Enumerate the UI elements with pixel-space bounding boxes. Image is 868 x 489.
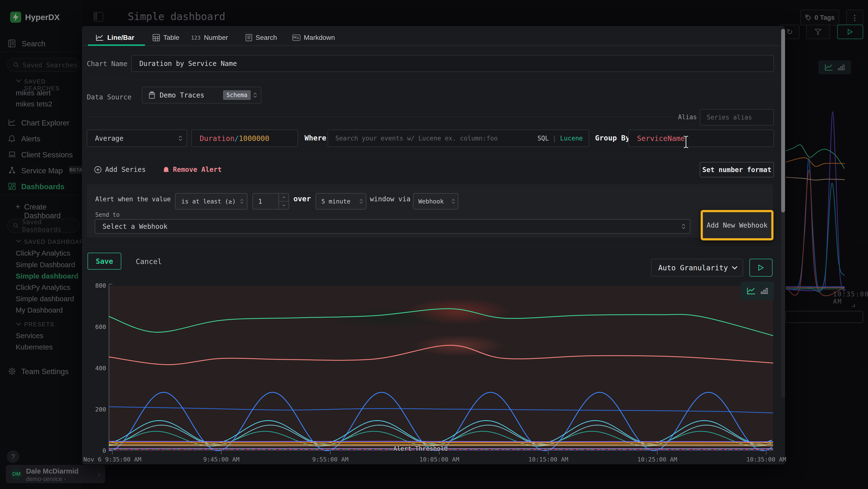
set-number-format-button[interactable]: Set number format xyxy=(700,162,774,177)
remove-alert-button[interactable]: Remove Alert xyxy=(163,166,222,174)
y-tick-label: 800 xyxy=(82,282,106,289)
aggregation-field-input[interactable]: Duration/1000000 xyxy=(191,130,298,147)
window-via-label: window via xyxy=(370,195,411,203)
edit-chart-modal: Line/Bar Table 123 Number Search Markdow… xyxy=(82,26,785,464)
tab-table[interactable]: Table xyxy=(153,34,179,41)
alert-condition-select[interactable]: is at least (≥) xyxy=(175,193,247,209)
modal-chart xyxy=(87,278,781,464)
group-by-input[interactable]: ServiceName xyxy=(628,130,774,147)
data-source-label: Data Source xyxy=(87,93,131,101)
line-chart-icon xyxy=(96,34,104,41)
cancel-button[interactable]: Cancel xyxy=(136,257,162,266)
tab-number[interactable]: 123 Number xyxy=(191,34,228,41)
tab-line-bar[interactable]: Line/Bar xyxy=(96,34,134,41)
text-cursor xyxy=(682,135,689,149)
alias-input[interactable]: Series alias xyxy=(700,109,774,125)
chevron-down-icon xyxy=(732,266,738,269)
database-icon xyxy=(149,91,155,99)
select-chevrons-icon xyxy=(452,199,455,204)
x-tick-label: 9:55:00 AM xyxy=(312,456,349,463)
chart-type-toggle[interactable] xyxy=(741,282,774,300)
table-icon xyxy=(153,34,160,41)
select-chevrons-icon xyxy=(360,199,363,204)
play-icon xyxy=(758,264,764,271)
where-search-input[interactable]: Search your events w/ Lucene ex. column:… xyxy=(328,130,589,147)
save-button[interactable]: Save xyxy=(88,253,121,269)
where-label: Where xyxy=(305,134,326,142)
x-tick-label: 10:15:00 AM xyxy=(528,456,568,463)
alert-threshold-label: Alert Threshold xyxy=(385,445,448,452)
alert-config-panel: Alert when the value is at least (≥) 1 o… xyxy=(87,184,773,237)
stepper-down-icon xyxy=(279,201,289,209)
alias-label: Alias xyxy=(678,113,697,121)
schema-badge[interactable]: Schema xyxy=(223,90,251,100)
send-to-label: Send to xyxy=(95,211,120,218)
tab-search[interactable]: Search xyxy=(245,34,277,41)
select-chevrons-icon xyxy=(240,199,244,204)
add-series-button[interactable]: Add Series xyxy=(94,166,146,174)
aggregation-operator-select[interactable]: Average xyxy=(87,130,187,147)
lucene-toggle[interactable]: Lucene xyxy=(560,135,583,142)
active-tab-underline xyxy=(88,45,145,46)
granularity-select[interactable]: Auto Granularity xyxy=(651,259,743,277)
circle-plus-icon xyxy=(94,166,102,174)
group-by-label: Group By xyxy=(595,134,630,142)
x-tick-label: 10:25:00 AM xyxy=(637,456,677,463)
webhook-select[interactable]: Select a Webhook xyxy=(95,219,690,234)
chart-name-input[interactable]: Duration by Service Name xyxy=(131,55,774,72)
markdown-icon xyxy=(292,34,301,41)
run-chart-button[interactable] xyxy=(749,259,773,277)
123-icon: 123 xyxy=(191,35,200,41)
doc-list-icon xyxy=(245,34,252,41)
select-chevrons-icon xyxy=(253,92,257,98)
x-tick-label: 10:05:00 AM xyxy=(419,456,459,463)
alert-channel-select[interactable]: Webhook xyxy=(413,193,458,209)
x-tick-label: Nov 6 9:35:00 AM xyxy=(84,456,142,463)
stepper-buttons[interactable] xyxy=(278,194,289,209)
over-label: over xyxy=(293,195,311,203)
line-chart-icon[interactable] xyxy=(746,287,756,295)
y-tick-label: 0 xyxy=(82,447,106,454)
bell-icon xyxy=(163,166,169,174)
sql-toggle[interactable]: SQL xyxy=(537,135,549,142)
bar-chart-icon[interactable] xyxy=(761,287,768,295)
alert-prefix: Alert when the value xyxy=(95,196,171,203)
select-chevrons-icon xyxy=(682,224,685,229)
alert-window-select[interactable]: 5 minute xyxy=(316,193,366,209)
modal-scrollbar-thumb[interactable] xyxy=(781,29,785,212)
add-webhook-highlight-ring: Add New Webhook xyxy=(701,210,774,240)
y-tick-label: 600 xyxy=(82,323,106,330)
x-tick-label: 10:35:00 AM xyxy=(746,456,786,463)
tab-markdown[interactable]: Markdown xyxy=(292,34,335,41)
y-tick-label: 200 xyxy=(82,406,106,413)
chart-name-label: Chart Name xyxy=(87,60,128,68)
data-source-select[interactable]: Demo Traces Schema xyxy=(142,87,261,104)
y-tick-label: 400 xyxy=(82,365,106,372)
select-chevrons-icon xyxy=(179,136,182,141)
add-new-webhook-button[interactable]: Add New Webhook xyxy=(703,212,771,238)
x-tick-label: 9:45:00 AM xyxy=(203,456,240,463)
alert-threshold-stepper[interactable]: 1 xyxy=(252,193,289,209)
stepper-up-icon xyxy=(279,194,289,201)
